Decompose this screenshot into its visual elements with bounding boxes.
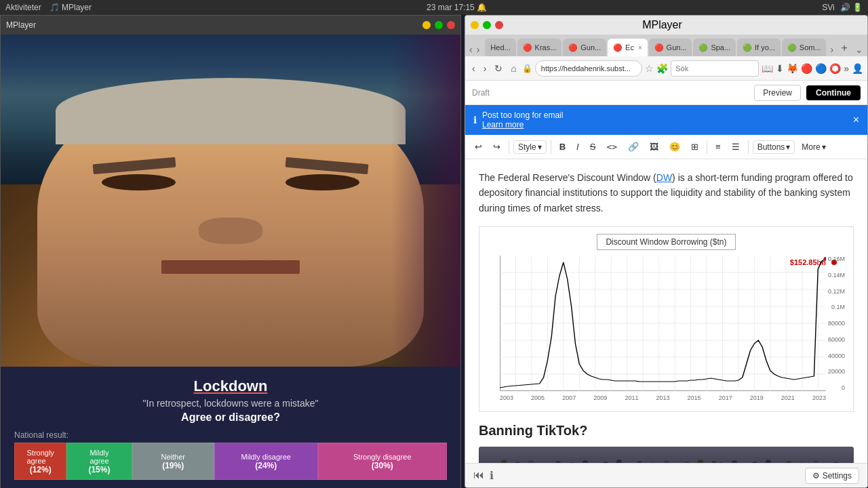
- desktop-bar-datetime: 23 mar 17:15 🔔: [427, 3, 487, 12]
- mplayer-window: MPlayer Lockdown: [0, 15, 461, 488]
- bar-pct-strongly-agree: (12%): [30, 465, 52, 474]
- editor-content[interactable]: The Federal Reserve's Discount Window (D…: [465, 159, 867, 463]
- tab-hed-label: Hed...: [490, 43, 510, 52]
- mplayer-taskbar-label[interactable]: 🎵 MPlayer: [50, 3, 92, 12]
- browser-maximize-btn[interactable]: [483, 21, 491, 29]
- browser-minimize-btn[interactable]: [471, 21, 479, 29]
- warning-close-button[interactable]: ×: [853, 114, 859, 126]
- dw-link[interactable]: DW: [656, 172, 672, 183]
- maximize-btn[interactable]: [435, 21, 443, 29]
- bar-strongly-agree[interactable]: Stronglyagree (12%): [14, 443, 66, 480]
- tab-prev-arrow[interactable]: ‹: [468, 43, 474, 56]
- bold-button[interactable]: B: [555, 140, 570, 154]
- aktiviteter-label[interactable]: Aktiviteter: [5, 3, 41, 12]
- editor-bottom-bar: ⏮ ℹ ⚙ Settings: [465, 463, 867, 487]
- pocket-icon[interactable]: 📖: [762, 63, 773, 74]
- image-button[interactable]: 🖼: [646, 140, 663, 154]
- strikethrough-button[interactable]: S: [586, 140, 600, 154]
- editor-body-text: The Federal Reserve's Discount Window (D…: [479, 170, 854, 216]
- bottom-bar-icons: ⏮ ℹ: [473, 469, 494, 482]
- bar-label-mildly-disagree: Mildly disagree: [241, 453, 291, 461]
- tab-list-arrow[interactable]: ⌄: [854, 43, 865, 56]
- tab-gun1[interactable]: 🔴 Gun...: [563, 39, 606, 56]
- browser-window-controls[interactable]: [471, 21, 503, 29]
- tab-next-arrow[interactable]: ›: [475, 43, 481, 56]
- italic-button[interactable]: I: [572, 140, 583, 154]
- addon-icon3[interactable]: 🔵: [815, 63, 827, 74]
- bookmark-icon[interactable]: ☆: [645, 63, 654, 74]
- tab-gun1-label: Gun...: [580, 43, 601, 52]
- url-input[interactable]: [535, 60, 642, 77]
- emoji-button[interactable]: 😊: [665, 140, 684, 154]
- extensions-icon[interactable]: 🧩: [656, 63, 668, 74]
- back-button[interactable]: ‹: [469, 62, 478, 75]
- minimize-btn[interactable]: [422, 21, 431, 29]
- browser-titlebar: MPlayer: [465, 16, 867, 35]
- tab-gun2[interactable]: 🔴 Gun...: [649, 39, 692, 56]
- redo-button[interactable]: ↪: [489, 140, 505, 154]
- bar-mildly-disagree[interactable]: Mildly disagree (24%): [214, 443, 318, 480]
- refresh-button[interactable]: ↻: [492, 62, 505, 75]
- addon-icon1[interactable]: 🦊: [787, 63, 798, 74]
- bar-mildly-agree[interactable]: Mildlyagree (15%): [66, 443, 132, 480]
- align-left-button[interactable]: ≡: [711, 140, 725, 154]
- learn-more-link[interactable]: Learn more: [482, 120, 524, 129]
- bar-pct-neither: (19%): [162, 461, 184, 470]
- forward-button[interactable]: ›: [481, 62, 490, 75]
- addon-icon2[interactable]: 🔴: [801, 63, 812, 74]
- search-input[interactable]: [671, 60, 759, 77]
- home-button[interactable]: ⌂: [508, 62, 519, 75]
- format-bar: ↩ ↪ Style ▾ B I S <> 🔗 🖼 😊 ⊞ ≡ ☰ Buttons…: [465, 135, 867, 159]
- mplayer-window-controls[interactable]: [422, 21, 455, 29]
- tab-scroll-arrows[interactable]: ‹ ›: [468, 43, 481, 56]
- tab-ec-close[interactable]: ×: [638, 44, 642, 52]
- info-icon[interactable]: ℹ: [490, 469, 494, 482]
- warning-message: Post too long for email Learn more: [482, 110, 848, 129]
- tab-kras-label: Kras...: [535, 43, 557, 52]
- bar-strongly-disagree[interactable]: Strongly disagree (30%): [318, 443, 447, 480]
- undo-button[interactable]: ↩: [471, 140, 486, 154]
- tab-ec[interactable]: 🔴 Ec ×: [608, 39, 648, 56]
- tab-som[interactable]: 🟢 Som...: [782, 39, 827, 56]
- browser-window: MPlayer ‹ › Hed... 🔴 Kras... 🔴 Gun... 🔴 …: [465, 15, 868, 488]
- preview-button[interactable]: Preview: [754, 85, 801, 101]
- fmt-sep4: [748, 140, 749, 154]
- bar-pct-strongly-disagree: (30%): [372, 461, 393, 470]
- tabs-bar: ‹ › Hed... 🔴 Kras... 🔴 Gun... 🔴 Ec × 🔴 G…: [465, 35, 867, 56]
- tab-kras[interactable]: 🔴 Kras...: [517, 39, 562, 56]
- editor-topbar: Draft Preview Continue: [465, 81, 867, 105]
- tiktok-image: [479, 447, 854, 463]
- code-button[interactable]: <>: [602, 140, 621, 154]
- profile-icon[interactable]: 👤: [852, 63, 863, 74]
- tab-som-favicon: 🟢: [787, 43, 797, 52]
- tab-spa[interactable]: 🟢 Spa...: [693, 39, 736, 56]
- mplayer-titlebar: MPlayer: [1, 16, 460, 35]
- browser-close-btn[interactable]: [495, 21, 503, 29]
- embed-button[interactable]: ⊞: [687, 140, 703, 154]
- bar-pct-mildly-disagree: (24%): [255, 461, 277, 470]
- desktop-bar: Aktiviteter 🎵 MPlayer 23 mar 17:15 🔔 SVi…: [0, 0, 868, 15]
- continue-button[interactable]: Continue: [806, 85, 861, 100]
- poll-section: Lockdown "In retrospect, lockdowns were …: [1, 367, 460, 488]
- chart-area: $152.85bn 0.16M 0.14M 0.12M 0.1M 80000 6…: [486, 256, 846, 405]
- overflow-menu[interactable]: »: [844, 63, 849, 74]
- tab-hed[interactable]: Hed...: [485, 39, 515, 56]
- fmt-sep3: [707, 140, 707, 154]
- close-btn[interactable]: [447, 21, 455, 29]
- new-tab-button[interactable]: +: [836, 40, 852, 56]
- link-button[interactable]: 🔗: [624, 140, 643, 154]
- addon-icon4[interactable]: ⭕: [829, 63, 841, 74]
- list-button[interactable]: ☰: [728, 140, 744, 154]
- playback-icon[interactable]: ⏮: [473, 469, 484, 482]
- tab-overflow-arrow[interactable]: ›: [829, 43, 835, 56]
- url-bar: ‹ › ↻ ⌂ 🔒 ☆ 🧩 📖 ⬇ 🦊 🔴 🔵 ⭕ » 👤: [465, 56, 867, 81]
- more-dropdown[interactable]: More ▾: [797, 141, 829, 153]
- tab-gun1-favicon: 🔴: [568, 43, 578, 52]
- download-icon[interactable]: ⬇: [776, 63, 784, 74]
- tab-ifyo[interactable]: 🟢 If yo...: [737, 39, 781, 56]
- settings-button[interactable]: ⚙ Settings: [805, 468, 859, 484]
- buttons-dropdown[interactable]: Buttons ▾: [753, 140, 795, 154]
- bar-neither[interactable]: Neither (19%): [132, 443, 214, 480]
- style-dropdown[interactable]: Style ▾: [513, 140, 547, 154]
- poll-bars: Stronglyagree (12%) Mildlyagree (15%) Ne…: [14, 443, 447, 480]
